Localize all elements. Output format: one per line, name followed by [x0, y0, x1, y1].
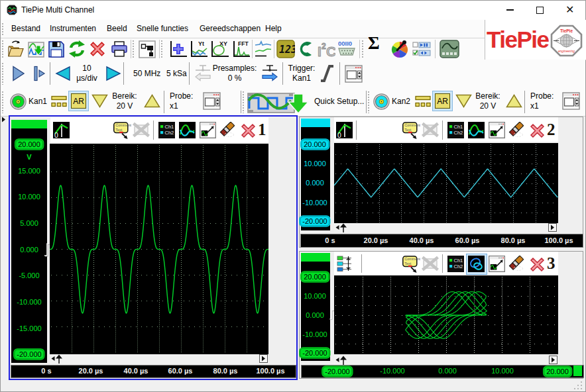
trigger-slope-icon[interactable]: [320, 64, 335, 83]
save-icon[interactable]: [48, 40, 65, 58]
graph3-undock-icon[interactable]: [489, 256, 505, 272]
channel-bar-gripper-3[interactable]: [368, 91, 371, 113]
add-xy-graph-icon[interactable]: XY: [211, 40, 229, 58]
quick-setup-label[interactable]: Quick Setup...: [314, 97, 364, 106]
graph3-xmin-pill[interactable]: -20.000: [322, 366, 352, 376]
open-icon[interactable]: [7, 40, 25, 58]
graph2-trigger-position-icon[interactable]: [335, 223, 349, 232]
instrument-icon[interactable]: [440, 40, 459, 58]
minimize-button[interactable]: [506, 9, 514, 11]
collapse-panel-icon[interactable]: [1, 117, 6, 122]
menu-bestand[interactable]: Bestand: [10, 20, 42, 38]
channel1-autorange-button[interactable]: AR: [68, 91, 89, 111]
channel-bar-gripper[interactable]: [2, 91, 5, 113]
can-bus-icon[interactable]: [298, 40, 314, 58]
menu-help[interactable]: Help: [264, 20, 283, 38]
presamples-back-icon[interactable]: [194, 64, 211, 83]
channel2-led-icon[interactable]: [373, 93, 390, 110]
play-icon[interactable]: [12, 66, 25, 81]
graph3-ymax-pill[interactable]: 20.000: [301, 271, 329, 281]
graph1-eraser-icon[interactable]: [219, 122, 235, 138]
combine-graphs-icon[interactable]: [255, 40, 272, 58]
graph2-legend-icon[interactable]: [447, 122, 464, 138]
graph1-zero-axis-icon[interactable]: [53, 122, 70, 138]
channel2-range-up-icon[interactable]: [506, 94, 522, 108]
graph2-scrollbar[interactable]: [334, 223, 558, 232]
presamples-forward-icon[interactable]: [261, 64, 278, 83]
channel1-range-down-icon[interactable]: [91, 94, 108, 108]
menu-instrumenten[interactable]: Instrumenten: [48, 20, 97, 38]
delete-icon[interactable]: [89, 40, 106, 58]
graph2-ymin-pill[interactable]: -20.000: [300, 217, 329, 226]
graph3-ymin-pill[interactable]: -20.000: [300, 348, 329, 358]
color-wheel-icon[interactable]: [390, 40, 410, 59]
toolbar-gripper-3[interactable]: [161, 40, 164, 58]
graph2-yt-mode-icon[interactable]: [468, 122, 485, 138]
graph3-channel-bar[interactable]: [301, 253, 330, 262]
meter-display-icon[interactable]: 123: [276, 40, 295, 58]
graph2-close-icon[interactable]: [529, 122, 546, 139]
add-fft-graph-icon[interactable]: FFT: [233, 40, 251, 58]
channel1-range-up-icon[interactable]: [144, 94, 160, 108]
scope-settings-icon[interactable]: [345, 65, 363, 83]
graph2-zero-axis-icon[interactable]: [336, 122, 353, 138]
graph1-comment-icon[interactable]: [113, 122, 131, 140]
channel1-led-icon[interactable]: [10, 93, 27, 110]
graph1-ymin-pill[interactable]: -20.000: [14, 350, 44, 360]
graph3-trigger-position-icon[interactable]: [335, 356, 349, 365]
graph3-scroll-right-button[interactable]: [549, 356, 557, 364]
refresh-icon[interactable]: [68, 40, 86, 58]
resize-grip[interactable]: [574, 381, 583, 391]
graph2-plot[interactable]: [334, 143, 558, 223]
graph3-scrollbar[interactable]: [334, 356, 558, 365]
channel-bar-gripper-2[interactable]: [243, 91, 245, 113]
graph3-xy-mode-icon[interactable]: [468, 256, 485, 272]
menu-snelle-functies[interactable]: Snelle functies: [135, 20, 190, 38]
scope-bar-gripper[interactable]: [2, 63, 5, 85]
maximize-button[interactable]: [536, 7, 544, 14]
graph1-yt-mode-icon[interactable]: [179, 122, 196, 138]
graph3-legend-icon[interactable]: [447, 256, 464, 272]
graph1-legend-icon[interactable]: [158, 122, 175, 138]
graph1-ymax-pill[interactable]: 20.000: [15, 140, 43, 150]
graph1-undock-icon[interactable]: [200, 122, 216, 138]
add-graph-icon[interactable]: [169, 40, 188, 58]
channel1-coupling-icon[interactable]: [51, 95, 67, 108]
print-icon[interactable]: [111, 41, 128, 58]
save-image-icon[interactable]: [28, 40, 45, 58]
channel2-settings-icon[interactable]: [562, 92, 580, 110]
channel2-autorange-button[interactable]: AR: [432, 91, 453, 111]
channel2-range-down-icon[interactable]: [455, 94, 472, 108]
add-yt-graph-icon[interactable]: Yt: [190, 40, 208, 58]
graph3-xmax-pill[interactable]: 20.000: [544, 366, 571, 376]
graph2-ymax-pill[interactable]: 20.000: [301, 139, 329, 149]
menu-gereedschappen[interactable]: Gereedschappen: [198, 20, 262, 38]
graph3-close-icon[interactable]: [529, 256, 546, 273]
playback-list-icon[interactable]: [412, 40, 431, 58]
graph1-channel-bar[interactable]: [11, 120, 47, 128]
graph2-undock-icon[interactable]: [489, 122, 505, 138]
channel1-settings-icon[interactable]: [203, 92, 221, 110]
channel2-coupling-icon[interactable]: [415, 95, 431, 108]
menu-gripper[interactable]: [2, 23, 5, 35]
timebase-down-icon[interactable]: [55, 66, 71, 81]
graph1-close-icon[interactable]: [240, 122, 257, 139]
graph2-comment-icon[interactable]: [402, 122, 420, 140]
timebase-up-icon[interactable]: [105, 66, 121, 81]
graph3-plot[interactable]: [334, 275, 558, 354]
graph1-plot[interactable]: [50, 144, 268, 354]
close-button[interactable]: ✕: [565, 3, 574, 17]
graph3-eraser-icon[interactable]: [508, 256, 524, 271]
toolbar-gripper-2[interactable]: [133, 40, 135, 58]
serial-analyzer-icon[interactable]: 00II0: [337, 40, 357, 58]
object-tree-icon[interactable]: [139, 40, 156, 58]
graph1-scroll-right-button[interactable]: [259, 354, 268, 363]
sum-icon[interactable]: Σ: [368, 38, 380, 48]
graph2-channel-bar[interactable]: [301, 119, 330, 127]
oneshot-icon[interactable]: [33, 66, 46, 81]
menu-beeld[interactable]: Beeld: [105, 20, 129, 38]
i2c-analyzer-icon[interactable]: I 2 C: [317, 40, 335, 58]
graph1-scrollbar[interactable]: [50, 354, 268, 364]
graph3-comment-icon[interactable]: [402, 256, 420, 273]
quick-setup-icon[interactable]: [247, 91, 313, 115]
